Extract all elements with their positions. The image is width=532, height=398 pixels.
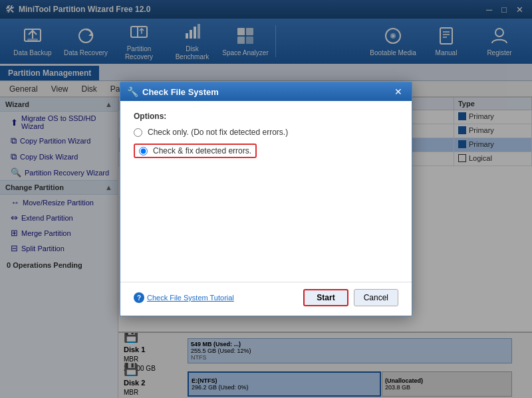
help-link[interactable]: ? Check File System Tutorial [134,292,234,303]
start-button[interactable]: Start [303,289,348,306]
modal-overlay: 🔧 Check File System ✕ Options: Check onl… [0,0,532,398]
help-icon: ? [134,292,144,303]
option2-radio[interactable] [139,147,148,155]
cancel-button[interactable]: Cancel [354,289,398,306]
modal-close-button[interactable]: ✕ [392,86,405,97]
modal-title-icon: 🔧 [127,86,138,97]
option1-radio[interactable] [134,128,142,137]
option2-selected-box: Check & fix detected errors. [134,144,257,158]
modal-titlebar: 🔧 Check File System ✕ [120,82,412,101]
modal-body: Options: Check only. (Do not fix detecte… [120,101,412,282]
option2-label[interactable]: Check & fix detected errors. [134,144,398,158]
modal-footer: ? Check File System Tutorial Start Cance… [120,282,412,316]
modal-buttons: Start Cancel [303,289,398,306]
option1-label[interactable]: Check only. (Do not fix detected errors.… [134,128,398,137]
options-label: Options: [134,112,398,121]
check-file-system-modal: 🔧 Check File System ✕ Options: Check onl… [120,82,412,316]
modal-spacer [134,165,398,271]
modal-title: Check File System [142,87,219,97]
